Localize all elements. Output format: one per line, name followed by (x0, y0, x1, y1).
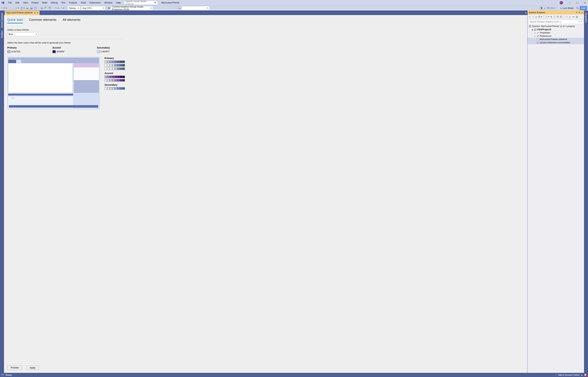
palette-chip[interactable] (120, 60, 122, 63)
palette-chip[interactable] (117, 64, 120, 67)
sync-active-document-icon[interactable] (550, 15, 553, 19)
close-panel-icon[interactable] (581, 12, 583, 13)
maximize-button[interactable] (575, 1, 579, 5)
find-in-files-button[interactable] (177, 6, 181, 10)
save-all-button[interactable] (34, 6, 37, 10)
accent-hex-value[interactable]: 3A0B5F (56, 50, 65, 53)
close-tab-icon[interactable]: ✕ (37, 12, 38, 14)
back-icon[interactable] (528, 15, 531, 19)
experimental-badge[interactable]: EXP (580, 6, 587, 10)
palette-chip[interactable] (120, 64, 122, 67)
menu-analyze[interactable]: Analyze (67, 1, 79, 5)
palette-chip[interactable] (122, 67, 125, 70)
palette-chip[interactable] (117, 67, 120, 70)
palette-chip[interactable] (112, 60, 115, 63)
copy-button[interactable] (44, 6, 47, 10)
properties-tab[interactable]: Properties (584, 11, 588, 24)
palette-chip[interactable] (107, 79, 110, 82)
solution-search[interactable]: Search Solution Explorer (Ctrl+;) (528, 20, 583, 24)
palette-chip[interactable] (110, 64, 112, 67)
expand-icon[interactable] (534, 32, 536, 34)
user-avatar[interactable]: PJ (560, 1, 563, 4)
primary-hex-value[interactable]: ACB7D8 (11, 50, 20, 53)
palette-chip[interactable] (115, 79, 117, 82)
dock-layout-icon[interactable] (539, 6, 543, 10)
menu-file[interactable]: File (7, 1, 13, 5)
palette-chip[interactable] (112, 67, 115, 70)
window-icon[interactable] (547, 6, 550, 10)
paste-button[interactable] (48, 6, 51, 10)
menu-edit[interactable]: Edit (14, 1, 21, 5)
palette-chip[interactable] (117, 60, 120, 63)
palette-chip[interactable] (117, 79, 120, 82)
save-button[interactable] (30, 6, 33, 10)
palette-chip[interactable] (122, 60, 125, 63)
preview-button[interactable]: Preview (7, 365, 22, 370)
redo-button[interactable] (60, 6, 65, 10)
feedback-icon[interactable] (576, 6, 579, 10)
minimize-button[interactable] (568, 1, 572, 5)
nav-back-button[interactable] (3, 6, 7, 10)
menu-debug[interactable]: Debug (49, 1, 59, 5)
palette-chip[interactable] (104, 76, 107, 78)
palette-chip[interactable] (110, 87, 112, 90)
palette-chip[interactable] (110, 60, 112, 63)
tab-overflow-button[interactable] (525, 11, 527, 15)
menu-view[interactable]: View (21, 1, 30, 5)
forward-icon[interactable] (532, 15, 535, 19)
properties-icon[interactable] (569, 15, 572, 19)
add-source-control[interactable]: Add to Source Control (558, 374, 579, 376)
quick-launch-search[interactable]: Search Visual Studio (Ctrl+Q) (124, 1, 158, 5)
palette-chip[interactable] (120, 87, 122, 90)
palette-chip[interactable] (115, 87, 117, 90)
tab-common-elements[interactable]: Common elements (29, 18, 56, 24)
menu-build[interactable]: Build (40, 1, 49, 5)
collapse-all-icon[interactable] (556, 15, 559, 19)
toolbox-icon[interactable] (550, 6, 555, 10)
pin-icon[interactable]: ⇲ (34, 12, 35, 14)
palette-chip[interactable] (110, 67, 112, 70)
publish-arrow-icon[interactable]: ↑ (555, 374, 556, 376)
source-control-chevron-icon[interactable]: ▴ (581, 374, 582, 376)
primary-swatch[interactable] (7, 50, 11, 53)
refresh-icon[interactable] (553, 15, 556, 19)
palette-chip[interactable] (120, 67, 122, 70)
palette-chip[interactable] (122, 76, 125, 78)
menu-tools[interactable]: Tools (79, 1, 88, 5)
secondary-swatch[interactable] (97, 50, 100, 53)
expand-icon[interactable] (531, 29, 533, 30)
palette-chip[interactable] (112, 87, 115, 90)
palette-chip[interactable] (104, 67, 107, 70)
output-window-icon[interactable] (1, 374, 4, 376)
live-share-button[interactable]: Live Share (558, 7, 575, 9)
palette-chip[interactable] (115, 60, 117, 63)
accent-swatch[interactable] (52, 50, 56, 53)
expand-icon[interactable] (534, 35, 536, 37)
close-button[interactable] (583, 1, 587, 5)
solution-platform-dropdown[interactable]: Any CPU (81, 6, 105, 10)
start-debug-button[interactable] (108, 7, 110, 9)
menu-window[interactable]: Window (103, 1, 114, 5)
find-combo[interactable] (181, 6, 210, 10)
references-node[interactable]: References (527, 35, 584, 38)
apply-button[interactable]: Apply (26, 365, 39, 370)
palette-chip[interactable] (107, 64, 110, 67)
new-project-button[interactable] (14, 6, 19, 10)
manifest-file-node[interactable]: source.extension.vsixmanifest (527, 41, 584, 44)
palette-chip[interactable] (112, 64, 115, 67)
properties-node[interactable]: Properties (527, 31, 584, 35)
palette-chip[interactable] (115, 76, 117, 78)
wrench-icon[interactable] (543, 6, 546, 10)
palette-chip[interactable] (115, 67, 117, 70)
home-icon[interactable] (535, 15, 538, 19)
palette-chip[interactable] (107, 76, 110, 78)
window-position-icon[interactable] (576, 12, 577, 13)
notifications-button[interactable]: 2 (584, 374, 587, 376)
view-code-icon[interactable] (565, 15, 568, 19)
palette-chip[interactable] (107, 60, 110, 63)
toolbar-grip-icon[interactable] (1, 7, 2, 10)
pending-changes-filter-icon[interactable] (545, 15, 550, 19)
palette-chip[interactable] (112, 79, 115, 82)
palette-chip[interactable] (104, 87, 107, 90)
palette-chip[interactable] (104, 79, 107, 82)
